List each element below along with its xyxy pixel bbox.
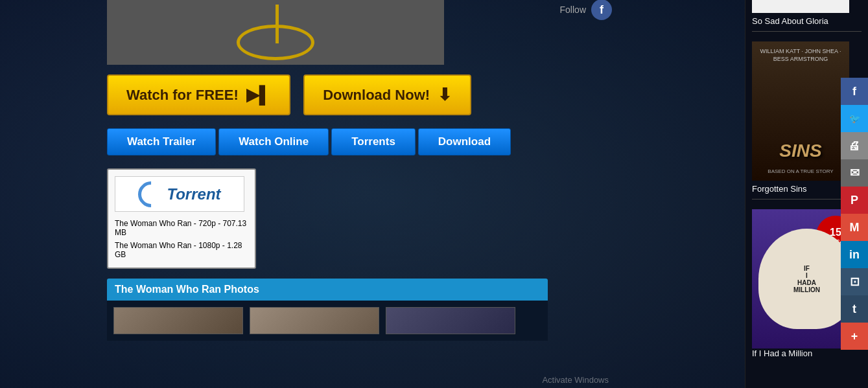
film-icon: ▶▌ [246, 85, 271, 105]
sidebar-movie-so-sad: So Sad About Gloria [752, 0, 862, 32]
torrent-link-720p[interactable]: The Woman Who Ran - 720p - 707.13 MB [115, 217, 248, 239]
photos-title: The Woman Who Ran Photos [115, 284, 259, 295]
social-pinterest-button[interactable]: P [841, 187, 868, 214]
forgotten-sins-poster[interactable]: WILLIAM KATT · JOHN SHEA · BESS ARMSTRON… [752, 41, 849, 181]
photos-section-header: The Woman Who Ran Photos [107, 279, 548, 301]
forgotten-sins-text: SINS [779, 141, 821, 161]
photo-thumb-1[interactable] [113, 307, 243, 334]
sidebar-divider-1 [752, 31, 862, 32]
forgotten-sins-bg: WILLIAM KATT · JOHN SHEA · BESS ARMSTRON… [752, 41, 849, 181]
torrents-tab[interactable]: Torrents [331, 128, 416, 155]
poster-bottom-text: BASED ON A TRUE STORY [755, 168, 846, 174]
torrent-link-1080p[interactable]: The Woman Who Ran - 1080p - 1.28 GB [115, 239, 248, 261]
watch-free-button[interactable]: Watch for FREE! ▶▌ [107, 74, 290, 115]
cta-buttons-row: Watch for FREE! ▶▌ Download Now! ⬇ [107, 74, 745, 115]
photo-thumb-3[interactable] [386, 307, 515, 334]
social-twitter-button[interactable]: 🐦 [841, 105, 868, 132]
torrent-box: Torrent The Woman Who Ran - 720p - 707.1… [107, 168, 256, 269]
social-plus-button[interactable]: + [841, 323, 868, 350]
social-email-button[interactable]: ✉ [841, 159, 868, 187]
social-linkedin-button[interactable]: in [841, 241, 868, 268]
torrent-logo-text: Torrent [167, 185, 220, 203]
social-gmail-button[interactable]: M [841, 214, 868, 241]
photo-thumb-2[interactable] [250, 307, 379, 334]
social-tumblr-button[interactable]: t [841, 295, 868, 323]
social-facebook-button[interactable]: f [841, 78, 868, 105]
download-now-button[interactable]: Download Now! ⬇ [303, 74, 471, 115]
torrent-logo: Torrent [115, 176, 244, 212]
photos-row [107, 301, 548, 341]
download-tab[interactable]: Download [418, 128, 511, 155]
watch-free-label: Watch for FREE! [126, 87, 239, 104]
million-inner-text: IFIHADAMILLION [793, 265, 820, 293]
torrent-arc-icon [133, 176, 170, 212]
tab-buttons-row: Watch Trailer Watch Online Torrents Down… [107, 128, 745, 155]
top-bar: Follow f [0, 0, 618, 19]
watch-online-tab[interactable]: Watch Online [218, 128, 329, 155]
download-now-label: Download Now! [323, 87, 430, 104]
poster-top-text: WILLIAM KATT · JOHN SHEA · BESS ARMSTRON… [755, 48, 846, 63]
social-print-button[interactable]: 🖨 [841, 132, 868, 159]
follow-label: Follow [560, 5, 586, 15]
so-sad-top-bar [752, 0, 849, 13]
so-sad-title: So Sad About Gloria [752, 16, 862, 26]
social-side-panel: f 🐦 🖨 ✉ P M in ⊡ t + [841, 78, 868, 350]
content-area: Watch for FREE! ▶▌ Download Now! ⬇ Watch… [107, 0, 745, 341]
download-icon: ⬇ [438, 85, 452, 105]
follow-facebook-button[interactable]: f [591, 0, 612, 20]
social-bookmark-button[interactable]: ⊡ [841, 268, 868, 295]
watch-trailer-tab[interactable]: Watch Trailer [107, 128, 216, 155]
million-title: If I Had a Million [752, 348, 862, 358]
road-circle [237, 25, 314, 60]
